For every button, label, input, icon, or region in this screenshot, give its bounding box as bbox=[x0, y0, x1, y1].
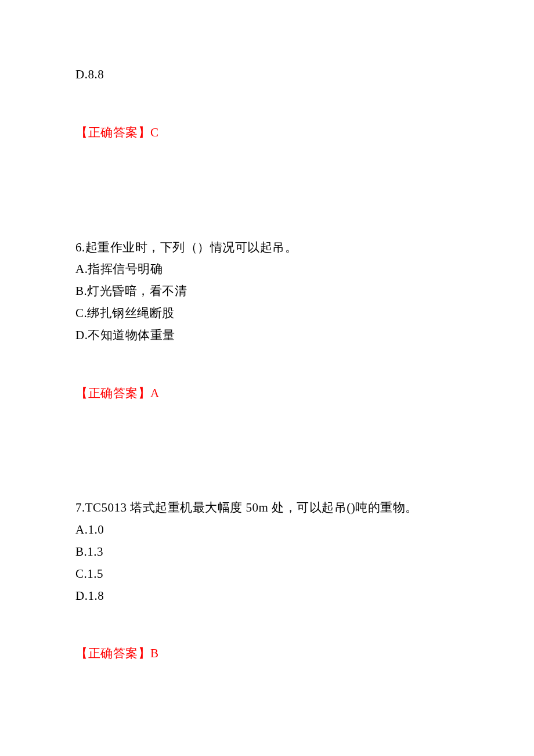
q7-option-d: D.1.8 bbox=[75, 585, 459, 607]
q7-option-c: C.1.5 bbox=[75, 563, 459, 585]
q7-stem: 7.TC5013 塔式起重机最大幅度 50m 处，可以起吊()吨的重物。 bbox=[75, 497, 459, 519]
document-page: D.8.8 【正确答案】C 6.起重作业时，下列（）情况可以起吊。 A.指挥信号… bbox=[0, 0, 534, 756]
leading-answer: 【正确答案】C bbox=[75, 122, 459, 144]
q6-answer: 【正确答案】A bbox=[75, 383, 459, 405]
spacer bbox=[75, 347, 459, 383]
q6-option-b: B.灯光昏暗，看不清 bbox=[75, 280, 459, 303]
spacer bbox=[75, 665, 459, 756]
q7-option-b: B.1.3 bbox=[75, 541, 459, 563]
spacer bbox=[75, 607, 459, 643]
q6-option-d: D.不知道物体重量 bbox=[75, 325, 459, 347]
spacer bbox=[75, 144, 459, 237]
spacer bbox=[75, 86, 459, 122]
q6-option-c: C.绑扎钢丝绳断股 bbox=[75, 303, 459, 325]
q7-option-a: A.1.0 bbox=[75, 519, 459, 541]
q7-answer: 【正确答案】B bbox=[75, 643, 459, 665]
q6-stem: 6.起重作业时，下列（）情况可以起吊。 bbox=[75, 237, 459, 259]
spacer bbox=[75, 404, 459, 497]
q6-option-a: A.指挥信号明确 bbox=[75, 258, 459, 280]
leading-option-d: D.8.8 bbox=[75, 64, 459, 86]
